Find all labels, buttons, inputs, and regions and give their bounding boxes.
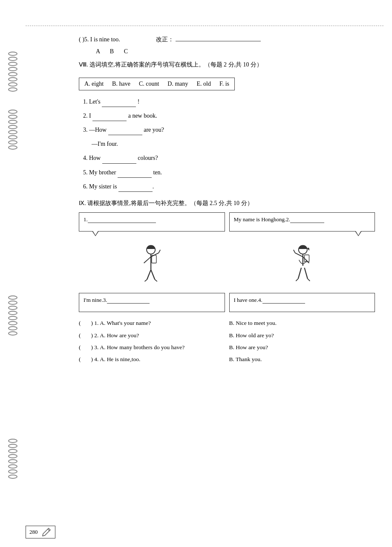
figure-row <box>79 236 375 291</box>
dialogue-box-3: I'm nine.3. <box>79 293 225 312</box>
word-options-box: A. eight B. have C. count D. many E. old… <box>79 78 235 90</box>
svg-line-7 <box>151 270 155 280</box>
svg-line-6 <box>147 270 151 280</box>
page-number: 280 <box>29 529 38 535</box>
dialogue-1-text: 1. <box>84 216 156 223</box>
svg-line-20 <box>48 529 49 531</box>
q5-text: ( )5. I is nine too. <box>79 34 120 45</box>
dialogue-box-4: I have one.4. <box>229 293 375 312</box>
pen-icon <box>41 527 52 537</box>
fill-q3b: —I'm four. <box>92 139 375 149</box>
dialogue-3-text: I'm nine.3. <box>84 297 150 303</box>
main-content: ( )5. I is nine too. 改正： A B C Ⅷ. 选词填空,将… <box>79 0 375 382</box>
mc-questions: ( ) 1. A. What's your name? B. Nice to m… <box>79 318 375 365</box>
svg-line-14 <box>294 250 295 253</box>
mc-row-1-right: B. Nice to meet you. <box>229 318 375 328</box>
svg-line-9 <box>155 280 158 282</box>
mc-grid: ( ) 1. A. What's your name? B. Nice to m… <box>79 318 375 365</box>
svg-line-19 <box>308 279 310 281</box>
word-e: E. old <box>197 81 211 87</box>
correction-field <box>176 35 261 41</box>
mc-row-2-left: ( ) 2. A. How are you? <box>79 330 225 341</box>
word-c: C. count <box>139 81 159 87</box>
section-9: Ⅸ. 请根据故事情景,将最后一句补充完整。（每题 2.5 分,共 10 分） 1… <box>79 199 375 365</box>
svg-line-5 <box>159 250 161 253</box>
boy-figure <box>135 244 169 291</box>
correction-label: 改正： <box>156 34 174 45</box>
word-f: F. is <box>219 81 229 87</box>
svg-line-3 <box>144 257 151 263</box>
section-8-header: Ⅷ. 选词填空,将正确答案的序号填写在横线上。（每题 2 分,共 10 分） <box>79 60 375 69</box>
word-a: A. eight <box>84 81 104 87</box>
mc-row-4-right: B. Thank you. <box>229 354 375 365</box>
dashed-border <box>26 26 383 26</box>
question-5: ( )5. I is nine too. 改正： <box>79 34 375 45</box>
fill-q1: 1. Let's ! <box>83 96 375 107</box>
mc-row-4-left: ( ) 4. A. He is nine,too. <box>79 354 225 365</box>
fill-q4: 4. How colours? <box>83 153 375 163</box>
fill-q2: 2. I a new book. <box>83 110 375 121</box>
svg-line-16 <box>298 268 301 279</box>
svg-line-4 <box>151 253 159 257</box>
mc-row-1-left: ( ) 1. A. What's your name? <box>79 318 225 328</box>
figure-left <box>79 240 225 291</box>
page-number-box: 280 <box>26 526 55 538</box>
dialogue-bottom-row: I'm nine.3. I have one.4. <box>79 293 375 312</box>
mc-row-3-right: B. How are you? <box>229 342 375 353</box>
mc-row-2-right: B. How old are yo? <box>229 330 375 341</box>
fill-q6: 6. My sister is . <box>83 181 375 192</box>
fill-questions: 1. Let's ! 2. I a new book. 3. —How are … <box>83 96 375 192</box>
dialogue-2-text: My name is Honghong.2. <box>234 216 325 223</box>
word-d: D. many <box>167 81 188 87</box>
dialogue-top-row: 1. My name is Honghong.2. <box>79 212 375 232</box>
abc-line: A B C <box>96 48 375 55</box>
spiral-binding <box>0 0 26 547</box>
svg-line-13 <box>295 253 303 257</box>
word-b: B. have <box>112 81 130 87</box>
dialogue-4-text: I have one.4. <box>234 297 305 303</box>
svg-line-17 <box>304 268 307 279</box>
dialogue-box-2: My name is Honghong.2. <box>229 212 375 232</box>
fill-q3: 3. —How are you? <box>83 124 375 135</box>
fill-q5: 5. My brother ten. <box>83 167 375 178</box>
girl-figure <box>285 244 319 291</box>
svg-line-8 <box>145 280 147 282</box>
mc-row-3-left: ( ) 3. A. How many brothers do you have? <box>79 342 225 353</box>
svg-line-18 <box>296 279 298 281</box>
section-9-header: Ⅸ. 请根据故事情景,将最后一句补充完整。（每题 2.5 分,共 10 分） <box>79 199 375 208</box>
dialogue-box-1: 1. <box>79 212 225 232</box>
section-8: Ⅷ. 选词填空,将正确答案的序号填写在横线上。（每题 2 分,共 10 分） A… <box>79 60 375 192</box>
figure-right <box>229 240 375 291</box>
